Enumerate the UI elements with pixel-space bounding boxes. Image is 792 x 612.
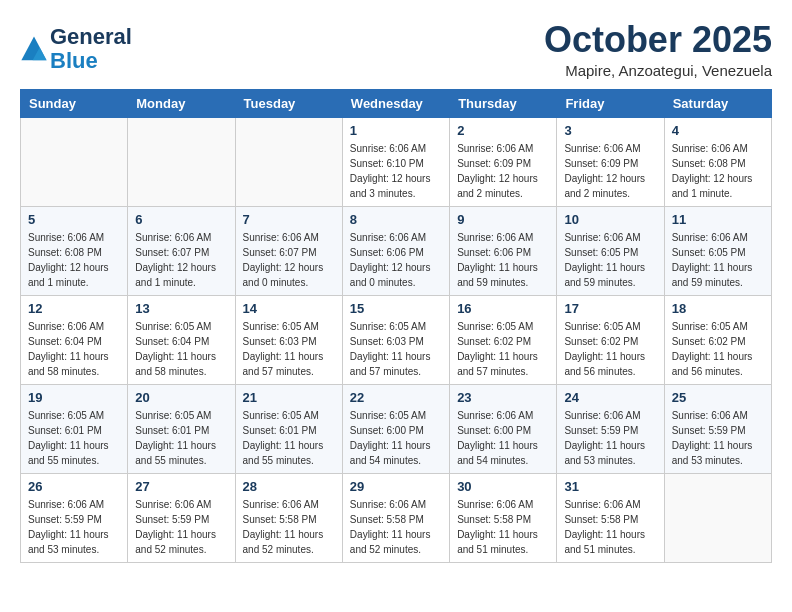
day-number: 13 [135, 301, 227, 316]
day-number: 4 [672, 123, 764, 138]
calendar-day-1: 1Sunrise: 6:06 AM Sunset: 6:10 PM Daylig… [342, 117, 449, 206]
day-info: Sunrise: 6:05 AM Sunset: 6:01 PM Dayligh… [243, 408, 335, 468]
calendar-day-18: 18Sunrise: 6:05 AM Sunset: 6:02 PM Dayli… [664, 295, 771, 384]
calendar-day-26: 26Sunrise: 6:06 AM Sunset: 5:59 PM Dayli… [21, 473, 128, 562]
day-number: 12 [28, 301, 120, 316]
day-info: Sunrise: 6:06 AM Sunset: 5:58 PM Dayligh… [564, 497, 656, 557]
calendar-day-4: 4Sunrise: 6:06 AM Sunset: 6:08 PM Daylig… [664, 117, 771, 206]
day-info: Sunrise: 6:06 AM Sunset: 5:58 PM Dayligh… [243, 497, 335, 557]
day-number: 20 [135, 390, 227, 405]
day-number: 8 [350, 212, 442, 227]
empty-cell [128, 117, 235, 206]
day-number: 24 [564, 390, 656, 405]
page-header: General Blue October 2025 Mapire, Anzoat… [20, 20, 772, 79]
calendar-week-5: 26Sunrise: 6:06 AM Sunset: 5:59 PM Dayli… [21, 473, 772, 562]
day-info: Sunrise: 6:06 AM Sunset: 6:07 PM Dayligh… [243, 230, 335, 290]
empty-cell [235, 117, 342, 206]
logo-line2: Blue [50, 49, 132, 73]
day-info: Sunrise: 6:06 AM Sunset: 5:59 PM Dayligh… [672, 408, 764, 468]
day-info: Sunrise: 6:06 AM Sunset: 6:04 PM Dayligh… [28, 319, 120, 379]
day-info: Sunrise: 6:05 AM Sunset: 6:00 PM Dayligh… [350, 408, 442, 468]
day-number: 23 [457, 390, 549, 405]
day-number: 7 [243, 212, 335, 227]
calendar-day-9: 9Sunrise: 6:06 AM Sunset: 6:06 PM Daylig… [450, 206, 557, 295]
day-info: Sunrise: 6:06 AM Sunset: 6:09 PM Dayligh… [564, 141, 656, 201]
calendar-week-2: 5Sunrise: 6:06 AM Sunset: 6:08 PM Daylig… [21, 206, 772, 295]
calendar-day-24: 24Sunrise: 6:06 AM Sunset: 5:59 PM Dayli… [557, 384, 664, 473]
day-number: 16 [457, 301, 549, 316]
calendar-day-2: 2Sunrise: 6:06 AM Sunset: 6:09 PM Daylig… [450, 117, 557, 206]
calendar-day-20: 20Sunrise: 6:05 AM Sunset: 6:01 PM Dayli… [128, 384, 235, 473]
calendar-day-28: 28Sunrise: 6:06 AM Sunset: 5:58 PM Dayli… [235, 473, 342, 562]
logo-line1: General [50, 25, 132, 49]
calendar-day-21: 21Sunrise: 6:05 AM Sunset: 6:01 PM Dayli… [235, 384, 342, 473]
weekday-header-monday: Monday [128, 89, 235, 117]
day-info: Sunrise: 6:06 AM Sunset: 6:05 PM Dayligh… [564, 230, 656, 290]
day-number: 31 [564, 479, 656, 494]
calendar-day-13: 13Sunrise: 6:05 AM Sunset: 6:04 PM Dayli… [128, 295, 235, 384]
day-info: Sunrise: 6:06 AM Sunset: 5:59 PM Dayligh… [28, 497, 120, 557]
day-info: Sunrise: 6:06 AM Sunset: 5:58 PM Dayligh… [457, 497, 549, 557]
day-number: 6 [135, 212, 227, 227]
day-number: 18 [672, 301, 764, 316]
day-info: Sunrise: 6:05 AM Sunset: 6:04 PM Dayligh… [135, 319, 227, 379]
day-info: Sunrise: 6:06 AM Sunset: 6:06 PM Dayligh… [457, 230, 549, 290]
day-info: Sunrise: 6:06 AM Sunset: 6:05 PM Dayligh… [672, 230, 764, 290]
day-number: 27 [135, 479, 227, 494]
day-number: 25 [672, 390, 764, 405]
day-number: 2 [457, 123, 549, 138]
weekday-header-sunday: Sunday [21, 89, 128, 117]
calendar-day-15: 15Sunrise: 6:05 AM Sunset: 6:03 PM Dayli… [342, 295, 449, 384]
weekday-header-thursday: Thursday [450, 89, 557, 117]
day-info: Sunrise: 6:06 AM Sunset: 5:59 PM Dayligh… [135, 497, 227, 557]
calendar-day-25: 25Sunrise: 6:06 AM Sunset: 5:59 PM Dayli… [664, 384, 771, 473]
day-info: Sunrise: 6:05 AM Sunset: 6:02 PM Dayligh… [672, 319, 764, 379]
calendar-day-12: 12Sunrise: 6:06 AM Sunset: 6:04 PM Dayli… [21, 295, 128, 384]
day-number: 19 [28, 390, 120, 405]
day-number: 17 [564, 301, 656, 316]
day-info: Sunrise: 6:06 AM Sunset: 6:06 PM Dayligh… [350, 230, 442, 290]
day-number: 30 [457, 479, 549, 494]
calendar-day-23: 23Sunrise: 6:06 AM Sunset: 6:00 PM Dayli… [450, 384, 557, 473]
month-title: October 2025 [544, 20, 772, 60]
logo: General Blue [20, 25, 132, 73]
day-number: 26 [28, 479, 120, 494]
calendar-day-7: 7Sunrise: 6:06 AM Sunset: 6:07 PM Daylig… [235, 206, 342, 295]
day-info: Sunrise: 6:06 AM Sunset: 6:08 PM Dayligh… [28, 230, 120, 290]
calendar-day-30: 30Sunrise: 6:06 AM Sunset: 5:58 PM Dayli… [450, 473, 557, 562]
weekday-header-wednesday: Wednesday [342, 89, 449, 117]
calendar-day-11: 11Sunrise: 6:06 AM Sunset: 6:05 PM Dayli… [664, 206, 771, 295]
calendar-day-5: 5Sunrise: 6:06 AM Sunset: 6:08 PM Daylig… [21, 206, 128, 295]
calendar-week-3: 12Sunrise: 6:06 AM Sunset: 6:04 PM Dayli… [21, 295, 772, 384]
day-number: 11 [672, 212, 764, 227]
day-number: 28 [243, 479, 335, 494]
calendar-day-8: 8Sunrise: 6:06 AM Sunset: 6:06 PM Daylig… [342, 206, 449, 295]
weekday-header-saturday: Saturday [664, 89, 771, 117]
day-info: Sunrise: 6:06 AM Sunset: 5:59 PM Dayligh… [564, 408, 656, 468]
weekday-header-friday: Friday [557, 89, 664, 117]
day-number: 15 [350, 301, 442, 316]
calendar-day-16: 16Sunrise: 6:05 AM Sunset: 6:02 PM Dayli… [450, 295, 557, 384]
calendar-week-1: 1Sunrise: 6:06 AM Sunset: 6:10 PM Daylig… [21, 117, 772, 206]
day-number: 9 [457, 212, 549, 227]
day-info: Sunrise: 6:05 AM Sunset: 6:02 PM Dayligh… [457, 319, 549, 379]
calendar-day-10: 10Sunrise: 6:06 AM Sunset: 6:05 PM Dayli… [557, 206, 664, 295]
calendar-day-17: 17Sunrise: 6:05 AM Sunset: 6:02 PM Dayli… [557, 295, 664, 384]
location-subtitle: Mapire, Anzoategui, Venezuela [544, 62, 772, 79]
calendar-table: SundayMondayTuesdayWednesdayThursdayFrid… [20, 89, 772, 563]
calendar-day-22: 22Sunrise: 6:05 AM Sunset: 6:00 PM Dayli… [342, 384, 449, 473]
calendar-day-31: 31Sunrise: 6:06 AM Sunset: 5:58 PM Dayli… [557, 473, 664, 562]
day-number: 21 [243, 390, 335, 405]
calendar-day-6: 6Sunrise: 6:06 AM Sunset: 6:07 PM Daylig… [128, 206, 235, 295]
day-info: Sunrise: 6:05 AM Sunset: 6:01 PM Dayligh… [135, 408, 227, 468]
day-number: 29 [350, 479, 442, 494]
weekday-header-row: SundayMondayTuesdayWednesdayThursdayFrid… [21, 89, 772, 117]
day-number: 22 [350, 390, 442, 405]
day-info: Sunrise: 6:05 AM Sunset: 6:01 PM Dayligh… [28, 408, 120, 468]
calendar-day-14: 14Sunrise: 6:05 AM Sunset: 6:03 PM Dayli… [235, 295, 342, 384]
calendar-week-4: 19Sunrise: 6:05 AM Sunset: 6:01 PM Dayli… [21, 384, 772, 473]
empty-cell [664, 473, 771, 562]
logo-icon [20, 35, 48, 63]
title-area: October 2025 Mapire, Anzoategui, Venezue… [544, 20, 772, 79]
day-info: Sunrise: 6:06 AM Sunset: 6:00 PM Dayligh… [457, 408, 549, 468]
